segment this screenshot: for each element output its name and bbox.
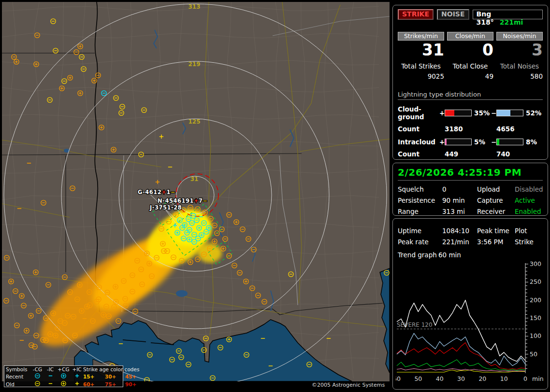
- strike-button[interactable]: STRIKE: [398, 9, 434, 20]
- count-label: Count: [398, 150, 445, 158]
- status-value: 0: [442, 185, 477, 193]
- total-value: 9025: [398, 72, 444, 80]
- legend-age-code: 30+: [105, 374, 125, 380]
- stat-cell: Uptime: [398, 227, 442, 235]
- noise-button[interactable]: NOISE: [437, 9, 469, 20]
- plus-count: 3180: [445, 125, 496, 133]
- y-tick-label: 300: [530, 260, 541, 267]
- range-ring-label: 125: [188, 118, 200, 125]
- rate-value: 31: [398, 42, 444, 59]
- total-label: Total Close: [447, 62, 493, 70]
- stat-cell: 1084:10: [442, 227, 477, 235]
- strike-symbol: [61, 381, 66, 386]
- storm-cell-label: G-4612+1−: [138, 189, 175, 196]
- legend-symbol-cn: [31, 373, 44, 380]
- bearing-range: 221mi: [500, 18, 523, 26]
- legend-age-code: 45+: [125, 374, 145, 380]
- plus-percent: 35%: [472, 109, 491, 117]
- plus-sign: +: [439, 109, 445, 117]
- status-label: Squelch: [398, 185, 442, 193]
- stat-cell: 221/min: [442, 238, 477, 246]
- plus-count: 449: [445, 150, 496, 158]
- trend-box: Uptime1084:10Peak timePlotPeak rate221/m…: [392, 218, 548, 390]
- minus-percent-bar: [496, 139, 523, 145]
- rate-column-1: Close/min0Total Close49: [447, 32, 493, 80]
- legend-col--ic: -IC: [44, 366, 57, 373]
- legend-col-+cg: +CG: [57, 366, 71, 373]
- legend-age-header: Strike age color codes: [83, 366, 145, 373]
- distribution-title: Lightning type distribution: [398, 91, 543, 100]
- legend-symbol-m: [44, 380, 57, 388]
- minus-percent: 8%: [523, 138, 540, 146]
- minus-sign: −: [491, 109, 496, 117]
- legend-col-+ic: +IC: [71, 366, 83, 373]
- datetime-display: 2/26/2026 4:25:19 PM: [398, 167, 543, 181]
- plus-sign: +: [439, 138, 445, 146]
- status-label: Receiver: [477, 208, 515, 215]
- rate-value: 0: [447, 42, 493, 59]
- range-ring-label: 313: [188, 3, 200, 10]
- distribution-label: Intracloud: [398, 138, 439, 146]
- status-panel: STRIKE NOISE Bng 318°221mi Strikes/min31…: [391, 0, 550, 392]
- stat-cell: Strike: [515, 238, 543, 246]
- copyright-text: ©2005 Astrogenic Systems: [312, 382, 385, 388]
- total-label: Total Strikes: [398, 62, 444, 70]
- trend-graph-value: 60 min: [438, 251, 543, 259]
- map-canvas: 31321912531 G-4612+1−N-4546191+7−J-3751-…: [2, 2, 390, 381]
- x-tick-label: 40: [436, 375, 444, 382]
- status-value: 90 min: [442, 196, 477, 204]
- minus-sign: −: [491, 138, 496, 146]
- distribution-count-row: Count449740: [398, 150, 543, 158]
- x-axis-unit: min: [532, 375, 544, 382]
- x-tick-label: 30: [457, 375, 465, 382]
- legend-row-label: Old: [6, 381, 31, 388]
- rate-value: 3: [496, 42, 543, 59]
- strike-symbol: [61, 374, 66, 378]
- rate-header-chip: Close/min: [447, 32, 493, 41]
- y-tick-label: 150: [530, 314, 541, 322]
- rate-header-chip: Noises/min: [496, 32, 543, 41]
- minus-count: 740: [496, 150, 543, 158]
- legend-col--cg: -CG: [31, 366, 44, 373]
- legend-symbol-cp: [57, 380, 71, 388]
- legend-age-code: 60+: [83, 381, 105, 388]
- x-tick-label: 20: [478, 375, 486, 382]
- plus-percent: 5%: [472, 138, 491, 146]
- total-value: 580: [496, 72, 543, 80]
- distribution-count-row: Count31804656: [398, 125, 543, 133]
- trend-series-strike-rate-total: [397, 300, 525, 362]
- legend-symbol-p: [71, 380, 83, 388]
- range-ring-label: 219: [188, 61, 200, 68]
- plus-percent-bar: [445, 139, 472, 145]
- datetime-status-box: 2/26/2026 4:25:19 PM Squelch0UploadDisab…: [392, 163, 548, 216]
- storm-cell-label: N-4546191+7−: [158, 197, 208, 204]
- trend-graph: SEVERE 120501001502002503006050403020100…: [396, 259, 545, 386]
- status-label: Persistence: [398, 196, 442, 204]
- stat-cell: Plot: [515, 227, 543, 235]
- y-tick-label: 50: [530, 350, 537, 358]
- plus-percent-bar: [445, 110, 472, 116]
- symbol-legend: Symbols -CG -IC +CG +IC Strike age color…: [4, 365, 123, 387]
- x-tick-label: 0: [523, 375, 527, 382]
- rate-header-chip: Strikes/min: [398, 32, 444, 41]
- trend-series-cg-negative: [397, 333, 525, 365]
- application-window: 31321912531 G-4612+1−N-4546191+7−J-3751-…: [0, 0, 550, 392]
- legend-symbol-p: [71, 373, 83, 380]
- minus-count: 4656: [496, 125, 543, 133]
- total-label: Total Noises: [496, 62, 543, 70]
- range-ring-label: 31: [190, 176, 199, 182]
- status-label: Range: [398, 208, 442, 215]
- minus-percent-bar: [496, 110, 523, 116]
- lightning-map[interactable]: 31321912531 G-4612+1−N-4546191+7−J-3751-…: [2, 2, 390, 381]
- legend-row-label: Recent: [6, 374, 31, 380]
- strike-symbol: [35, 381, 40, 386]
- strike-symbol: [35, 374, 40, 378]
- count-label: Count: [398, 125, 445, 133]
- strike-symbol: [75, 374, 78, 378]
- distribution-row: Cloud-ground+35%−52%: [398, 105, 543, 121]
- legend-row-old: Old60+75+90+: [6, 380, 121, 388]
- status-label: Upload: [477, 185, 515, 193]
- strike-symbol: [75, 382, 78, 385]
- stat-cell: Peak time: [477, 227, 515, 235]
- legend-symbols-header: Symbols: [6, 366, 31, 373]
